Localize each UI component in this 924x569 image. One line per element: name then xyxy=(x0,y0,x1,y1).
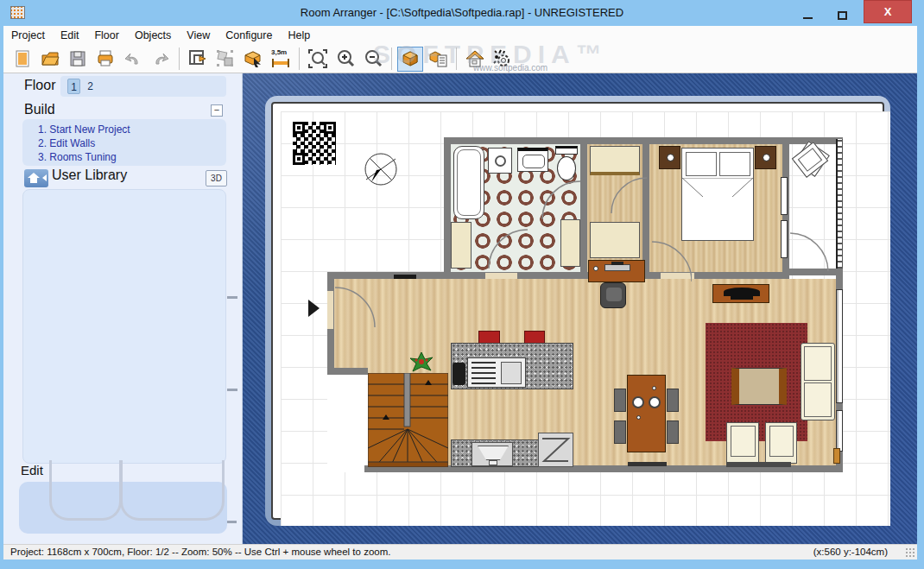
new-button[interactable] xyxy=(9,47,35,72)
resize-grip[interactable] xyxy=(905,547,915,558)
tv-stand[interactable] xyxy=(712,284,769,303)
menu-help[interactable]: Help xyxy=(280,26,318,45)
menu-view[interactable]: View xyxy=(179,26,218,45)
nightstand[interactable] xyxy=(659,146,680,169)
window[interactable] xyxy=(836,289,843,403)
fridge[interactable] xyxy=(538,433,573,467)
wall-step[interactable] xyxy=(327,368,368,375)
balcony-railing[interactable] xyxy=(836,139,843,269)
window[interactable] xyxy=(836,410,843,452)
floor-plan[interactable] xyxy=(281,111,890,526)
print-button[interactable] xyxy=(92,47,118,72)
title-bar[interactable]: Room Arranger - [C:\Softpedia\Softpedia.… xyxy=(0,0,924,26)
menu-objects[interactable]: Objects xyxy=(127,26,179,45)
menu-configure[interactable]: Configure xyxy=(218,26,280,45)
zoom-out-button[interactable] xyxy=(360,47,386,72)
menu-edit[interactable]: Edit xyxy=(53,26,87,45)
status-project-info: Project: 1168cm x 700cm, Floor: 1/2 -- Z… xyxy=(10,547,390,557)
dining-chair[interactable] xyxy=(614,420,626,444)
hall-wardrobe[interactable] xyxy=(590,146,640,175)
bathroom-cabinet[interactable] xyxy=(451,222,471,269)
kitchen-island[interactable] xyxy=(451,343,573,389)
radiator[interactable] xyxy=(628,462,667,466)
house-icon xyxy=(465,48,485,69)
radiator[interactable] xyxy=(726,462,791,467)
balcony-chair[interactable] xyxy=(792,142,828,178)
save-button[interactable] xyxy=(65,47,91,72)
select-objects-button[interactable] xyxy=(212,47,238,72)
build-step-start-new-project[interactable]: 1. Start New Project xyxy=(38,123,130,136)
splitter-handle[interactable] xyxy=(227,389,237,391)
hall-closet[interactable] xyxy=(590,222,640,258)
balcony-door-frame[interactable] xyxy=(833,448,840,464)
dining-table[interactable] xyxy=(627,375,666,452)
qr-code[interactable] xyxy=(293,122,336,165)
menu-project[interactable]: Project xyxy=(3,26,53,45)
window[interactable] xyxy=(781,177,788,215)
floor-tabs: 1 2 xyxy=(60,76,226,97)
plate xyxy=(649,396,661,408)
build-step-edit-walls[interactable]: 2. Edit Walls xyxy=(38,137,95,149)
coffee-table[interactable] xyxy=(731,368,787,405)
wall-bath-left[interactable] xyxy=(444,137,451,274)
undo-button[interactable] xyxy=(120,47,146,72)
zoom-in-icon xyxy=(335,48,356,69)
floor-tab-2[interactable]: 2 xyxy=(84,79,97,94)
measure-button[interactable]: 3,5m xyxy=(268,47,294,72)
explode-tools-button[interactable] xyxy=(490,47,516,72)
office-chair[interactable] xyxy=(600,282,626,308)
close-button[interactable]: X xyxy=(864,0,912,23)
build-step-rooms-tuning[interactable]: 3. Rooms Tuning xyxy=(38,151,117,163)
library-home-button[interactable] xyxy=(462,47,488,72)
build-collapse-button[interactable]: − xyxy=(211,104,223,117)
minimize-button[interactable] xyxy=(793,0,822,23)
bathtub[interactable] xyxy=(453,146,484,219)
washing-machine[interactable] xyxy=(488,148,512,174)
edit-walls-icon xyxy=(187,48,208,69)
dining-chair[interactable] xyxy=(667,420,679,444)
redo-icon xyxy=(151,49,170,68)
bathroom-sink[interactable] xyxy=(517,148,548,172)
dining-chair[interactable] xyxy=(614,389,626,412)
object-list-button[interactable] xyxy=(425,47,451,72)
maximize-icon xyxy=(838,11,847,20)
wall-shelf[interactable] xyxy=(394,275,416,279)
menu-floor[interactable]: Floor xyxy=(86,26,126,45)
nightstand[interactable] xyxy=(755,146,776,169)
open-button[interactable] xyxy=(37,47,63,72)
view-3d-button[interactable] xyxy=(397,47,423,72)
plant[interactable] xyxy=(410,352,433,373)
sofa[interactable] xyxy=(801,343,835,420)
desk[interactable] xyxy=(588,260,645,282)
wall-bath-hall[interactable] xyxy=(580,137,587,272)
dining-chair[interactable] xyxy=(667,389,679,412)
compass-icon[interactable] xyxy=(363,151,399,187)
user-library-panel[interactable] xyxy=(22,189,226,464)
status-cursor-coordinates: (x:560 y:-104cm) xyxy=(813,547,888,557)
staircase[interactable] xyxy=(368,373,448,467)
stove-grill xyxy=(471,362,496,384)
measure-label: 3,5m xyxy=(271,48,287,56)
add-object-button[interactable] xyxy=(240,47,266,72)
edit-walls-button[interactable] xyxy=(185,47,211,72)
zoom-window-button[interactable] xyxy=(305,47,331,72)
maximize-button[interactable] xyxy=(827,0,857,23)
window[interactable] xyxy=(781,220,788,258)
library-3d-button[interactable]: 3D xyxy=(206,170,227,187)
bathroom-cabinet[interactable] xyxy=(560,219,580,267)
library-home-button-small[interactable] xyxy=(24,169,48,187)
floor-tab-1[interactable]: 1 xyxy=(67,79,80,94)
splitter-handle[interactable] xyxy=(227,296,237,299)
redo-button[interactable] xyxy=(148,47,174,72)
splitter-handle[interactable] xyxy=(226,521,237,523)
zoom-in-button[interactable] xyxy=(332,47,358,72)
double-bed[interactable] xyxy=(681,148,754,241)
door-leaf xyxy=(327,291,333,329)
plan-canvas[interactable] xyxy=(243,73,917,544)
toilet[interactable] xyxy=(554,146,579,185)
plan-sheet xyxy=(271,102,884,520)
armchair[interactable] xyxy=(726,422,759,464)
stove-burner xyxy=(501,362,522,384)
armchair[interactable] xyxy=(765,422,797,464)
kitchen-sink[interactable] xyxy=(471,442,513,466)
